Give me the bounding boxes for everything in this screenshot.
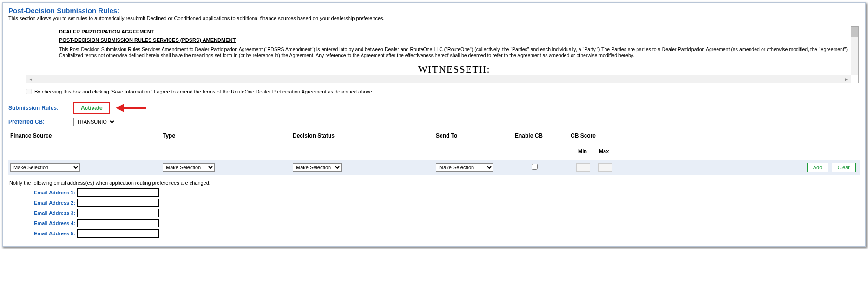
agreement-heading-2: POST-DECISION SUBMISSION RULES SERVICES … <box>59 37 849 43</box>
preferred-cb-label: Preferred CB: <box>8 119 73 125</box>
email-row-5: Email Address 5: <box>31 229 860 238</box>
email-input-3[interactable] <box>77 209 159 217</box>
rules-table-header: Finance Source Type Decision Status Send… <box>8 131 860 160</box>
consent-checkbox[interactable] <box>26 89 32 94</box>
rules-table-row: Make Selection Make Selection Make Selec… <box>8 160 860 175</box>
agreement-content: DEALER PARTICIPATION AGREEMENT POST-DECI… <box>59 29 849 75</box>
section-description: This section allows you to set rules to … <box>8 15 860 21</box>
hscroll-right-icon[interactable]: ► <box>844 77 849 82</box>
highlight-arrow-icon <box>116 104 146 112</box>
email-input-4[interactable] <box>77 219 159 227</box>
agreement-panel: DEALER PARTICIPATION AGREEMENT POST-DECI… <box>26 26 859 83</box>
agreement-paragraph: This Post-Decision Submission Rules Serv… <box>59 47 849 59</box>
email-label-3: Email Address 3: <box>31 210 75 216</box>
add-button[interactable]: Add <box>807 163 829 172</box>
enable-cb-checkbox[interactable] <box>532 164 538 170</box>
email-label-2: Email Address 2: <box>31 200 75 206</box>
activate-button[interactable]: Activate <box>73 102 110 114</box>
col-enable-cb: Enable CB <box>515 133 571 139</box>
cb-max-input[interactable] <box>598 163 612 172</box>
agreement-hscrollbar[interactable]: ◄ ► <box>26 75 851 83</box>
agreement-vscroll-thumb[interactable] <box>851 26 858 37</box>
email-list: Email Address 1: Email Address 2: Email … <box>31 188 860 238</box>
col-send-to: Send To <box>436 133 515 139</box>
email-input-2[interactable] <box>77 199 159 207</box>
email-row-1: Email Address 1: <box>31 188 860 197</box>
consent-row: By checking this box and clicking 'Save … <box>26 89 860 94</box>
consent-text: By checking this box and clicking 'Save … <box>34 89 374 94</box>
agreement-witnesseth: WITNESSETH: <box>59 63 849 75</box>
email-label-4: Email Address 4: <box>31 220 75 226</box>
agreement-heading-1: DEALER PARTICIPATION AGREEMENT <box>59 29 849 34</box>
clear-button[interactable]: Clear <box>832 163 856 172</box>
email-label-5: Email Address 5: <box>31 231 75 236</box>
section-title: Post-Decision Submission Rules: <box>8 7 860 14</box>
col-type: Type <box>163 133 293 139</box>
preferred-cb-select[interactable]: TRANSUNION <box>73 118 116 126</box>
type-select[interactable]: Make Selection <box>163 163 215 172</box>
rules-table: Finance Source Type Decision Status Send… <box>8 131 860 175</box>
col-finance-source: Finance Source <box>9 133 163 139</box>
email-row-3: Email Address 3: <box>31 209 860 217</box>
col-decision-status: Decision Status <box>293 133 436 139</box>
email-input-5[interactable] <box>77 229 159 238</box>
email-row-4: Email Address 4: <box>31 219 860 227</box>
col-cb-min: Min <box>578 148 587 154</box>
submission-rules-label: Submission Rules: <box>8 105 73 111</box>
agreement-vscrollbar[interactable] <box>851 26 858 75</box>
finance-source-select[interactable]: Make Selection <box>10 163 80 172</box>
post-decision-panel: Post-Decision Submission Rules: This sec… <box>2 2 866 247</box>
notify-text: Notify the following email address(es) w… <box>9 180 860 186</box>
send-to-select[interactable]: Make Selection <box>436 163 493 172</box>
hscroll-left-icon[interactable]: ◄ <box>28 77 33 82</box>
cb-min-input[interactable] <box>576 163 590 172</box>
col-cb-score: CB Score Min Max <box>571 133 654 154</box>
col-cb-max: Max <box>599 148 609 154</box>
email-input-1[interactable] <box>77 188 159 197</box>
decision-status-select[interactable]: Make Selection <box>293 163 342 172</box>
email-label-1: Email Address 1: <box>31 190 75 195</box>
email-row-2: Email Address 2: <box>31 199 860 207</box>
